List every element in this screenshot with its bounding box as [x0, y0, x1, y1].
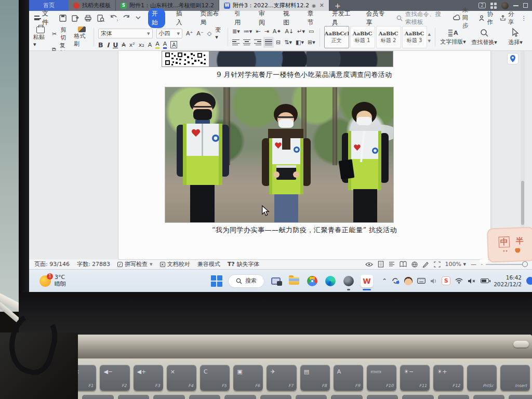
ink-annotate-icon[interactable]: [422, 261, 429, 268]
ime-half-shape[interactable]: 半: [515, 236, 524, 247]
key-partial[interactable]: [224, 395, 256, 399]
weather-widget[interactable]: 1 3°C晴朗: [29, 274, 133, 287]
save-icon[interactable]: [59, 15, 66, 22]
borders-button[interactable]: ⊞▾: [308, 39, 315, 46]
document-page[interactable]: 9 月针对学苑餐厅一楼特色小吃菜品满意度调查问卷活动: [118, 51, 490, 259]
chrome-button[interactable]: [305, 274, 319, 288]
menu-item-membership[interactable]: 会员专享: [362, 8, 389, 28]
tray-expand-chevron[interactable]: ⌃: [382, 277, 387, 285]
redo-icon[interactable]: [123, 15, 130, 21]
page-view-icon[interactable]: [378, 261, 384, 268]
ruler-icon[interactable]: ▭: [309, 28, 314, 35]
audio-device-icon[interactable]: [430, 278, 437, 284]
share-button[interactable]: 分享: [500, 10, 514, 26]
more-options-icon[interactable]: ⋮: [521, 15, 527, 22]
document-canvas[interactable]: 9 月针对学苑餐厅一楼特色小吃菜品满意度调查问卷活动: [29, 51, 532, 259]
clear-format-icon[interactable]: ◇: [207, 30, 211, 37]
shading-button[interactable]: ◧▾: [296, 39, 304, 46]
decrease-indent-button[interactable]: ⇤: [256, 28, 260, 35]
compat-mode-label[interactable]: 兼容模式: [197, 260, 220, 268]
numbering-button[interactable]: ≔▾: [244, 28, 252, 35]
menu-item-references[interactable]: 引用: [231, 8, 248, 28]
browser-button[interactable]: [342, 274, 355, 288]
key-f7[interactable]: ✈F7: [267, 365, 296, 391]
undo-icon[interactable]: [110, 15, 118, 21]
align-center-button[interactable]: [243, 38, 250, 47]
ime-full-shape[interactable]: 中: [498, 236, 510, 248]
text-layout-button[interactable]: A 文字排版▾: [440, 26, 467, 48]
scrollbar-thumb[interactable]: [521, 181, 524, 225]
zoom-slider-knob[interactable]: [522, 261, 528, 267]
battery-icon[interactable]: [481, 278, 489, 283]
wordart-button[interactable]: A✦: [273, 28, 282, 35]
key-partial[interactable]: [296, 395, 327, 399]
text-effects-button[interactable]: A: [148, 42, 152, 48]
strikethrough-button[interactable]: A: [122, 42, 126, 48]
key-f10[interactable]: ▭▭F10: [367, 365, 396, 391]
pin-tab-icon[interactable]: ◉: [312, 3, 316, 8]
key-partial[interactable]: [189, 395, 220, 399]
sync-tray-icon[interactable]: [392, 277, 400, 284]
cut-button[interactable]: ✂剪切: [52, 26, 70, 42]
key-f6[interactable]: ▣F6: [233, 365, 263, 391]
key-insert[interactable]: Insert: [500, 365, 530, 391]
wrap-mark-button[interactable]: ↵▾: [297, 28, 305, 35]
menu-item-dev-tools[interactable]: 开发工具: [328, 8, 355, 28]
character-border-button[interactable]: A: [170, 41, 177, 48]
align-right-button[interactable]: [254, 38, 261, 47]
task-view-button[interactable]: [269, 274, 283, 288]
ime-status-panel[interactable]: 中 半 ••: [487, 227, 532, 262]
eye-protect-icon[interactable]: [365, 262, 373, 267]
font-size-select[interactable]: 小四▾: [156, 29, 183, 38]
key-partial[interactable]: [438, 395, 469, 399]
key-partial[interactable]: [82, 395, 113, 399]
style-gallery-scroll[interactable]: ▴▾: [428, 26, 431, 48]
key-partial[interactable]: [509, 395, 532, 399]
sogou-ime-icon[interactable]: S: [442, 276, 450, 285]
select-button[interactable]: 选择▾: [502, 26, 529, 48]
key-f2[interactable]: ◀−F2: [100, 365, 129, 391]
location-pin-tool[interactable]: [507, 53, 518, 64]
bullets-button[interactable]: ≣▾: [232, 28, 240, 35]
key-f8[interactable]: ▤F8: [300, 365, 330, 391]
key-prtsc[interactable]: PrtSc: [467, 365, 497, 391]
word-count[interactable]: 字数: 27883: [77, 260, 110, 268]
line-spacing-button[interactable]: ⇅▾: [284, 39, 292, 46]
page-indicator[interactable]: 页面: 93/146: [34, 260, 70, 268]
ime-keyboard-icon[interactable]: [417, 278, 425, 284]
command-search-box[interactable]: 查找命令、搜索模板: [396, 10, 446, 26]
shrink-font-button[interactable]: A⁻: [196, 30, 203, 37]
menu-item-review[interactable]: 审阅: [255, 8, 272, 28]
spell-check-toggle[interactable]: ✓拼写检查▾: [117, 260, 153, 268]
key-partial[interactable]: [331, 395, 362, 399]
menu-item-view[interactable]: 视图: [280, 8, 297, 28]
key-partial[interactable]: [260, 395, 291, 399]
print-preview-icon[interactable]: [97, 15, 104, 22]
underline-button[interactable]: U: [113, 41, 118, 49]
menu-item-insert[interactable]: 插入: [172, 8, 190, 28]
distribute-button[interactable]: ⊟: [276, 39, 281, 46]
format-painter-button[interactable]: 格式刷: [74, 26, 89, 48]
phonetic-guide-icon[interactable]: 变▾: [215, 26, 223, 41]
key-f12[interactable]: ☀+F12: [433, 365, 463, 391]
power-button[interactable]: [513, 341, 529, 348]
key-partial[interactable]: [153, 395, 184, 399]
highlight-color-button[interactable]: A: [155, 41, 159, 49]
grow-font-button[interactable]: A⁺: [186, 30, 193, 37]
menu-item-section[interactable]: 章节: [304, 8, 321, 28]
tab-docer[interactable]: 找稻壳模板: [69, 0, 116, 11]
collaborate-button[interactable]: 协作: [479, 10, 494, 26]
key-f11[interactable]: ☀−F11: [400, 365, 430, 391]
key-f4[interactable]: ×F4: [167, 365, 196, 391]
justify-button[interactable]: [265, 38, 272, 47]
volunteers-photo[interactable]: [165, 87, 393, 222]
file-explorer-button[interactable]: [287, 274, 301, 288]
key-partial[interactable]: [118, 395, 149, 399]
style-heading3[interactable]: AaBbC标题 3: [402, 26, 427, 48]
print-icon[interactable]: [84, 15, 92, 22]
collapse-ribbon-icon[interactable]: [136, 16, 141, 20]
file-menu-button[interactable]: 文件: [34, 9, 52, 27]
edge-button[interactable]: [324, 274, 337, 288]
find-replace-button[interactable]: 查找替换▾: [471, 26, 498, 48]
key-f9[interactable]: AF9: [334, 365, 363, 391]
